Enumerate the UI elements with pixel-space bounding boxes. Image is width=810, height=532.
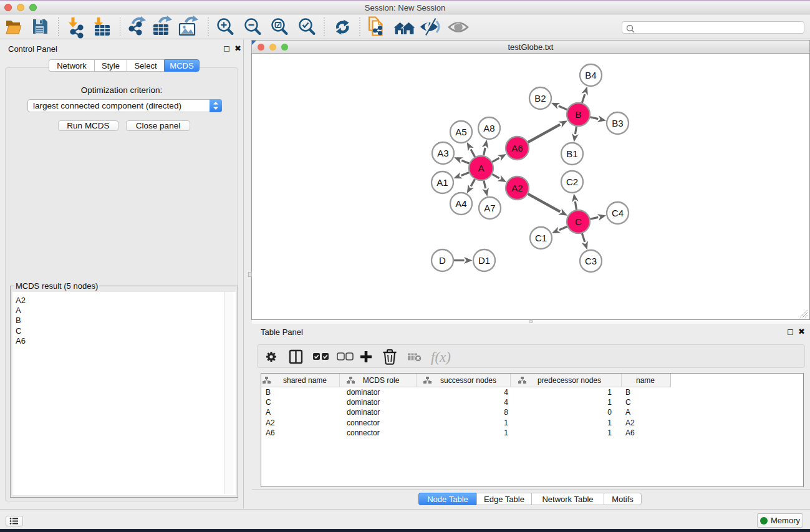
svg-text:MCDS role: MCDS role: [363, 376, 400, 385]
svg-text:A4: A4: [455, 198, 466, 209]
svg-text:predecessor nodes: predecessor nodes: [538, 376, 601, 385]
svg-text:A5: A5: [455, 127, 466, 137]
svg-text:B: B: [575, 109, 581, 120]
svg-text:A3: A3: [437, 148, 448, 158]
svg-text:B3: B3: [612, 118, 623, 128]
svg-text:D1: D1: [478, 255, 490, 266]
svg-text:f(x): f(x): [431, 349, 451, 365]
svg-text:C2: C2: [566, 177, 578, 187]
svg-text:B2: B2: [534, 93, 546, 104]
svg-text:A8: A8: [483, 123, 494, 133]
svg-text:name: name: [636, 376, 655, 385]
svg-text:successor nodes: successor nodes: [440, 376, 496, 385]
svg-text:C3: C3: [585, 256, 597, 266]
svg-text:C1: C1: [535, 233, 547, 243]
svg-text:B4: B4: [585, 70, 596, 80]
svg-text:A6: A6: [511, 143, 523, 153]
svg-text:A1: A1: [436, 177, 448, 188]
svg-text:A: A: [478, 163, 484, 173]
svg-text:D: D: [439, 255, 446, 266]
svg-text:C4: C4: [612, 208, 624, 218]
svg-text:shared name: shared name: [283, 376, 327, 385]
svg-text:B1: B1: [566, 148, 577, 159]
svg-text:A7: A7: [484, 203, 495, 213]
svg-text:A2: A2: [511, 183, 523, 193]
svg-text:C: C: [575, 216, 582, 227]
